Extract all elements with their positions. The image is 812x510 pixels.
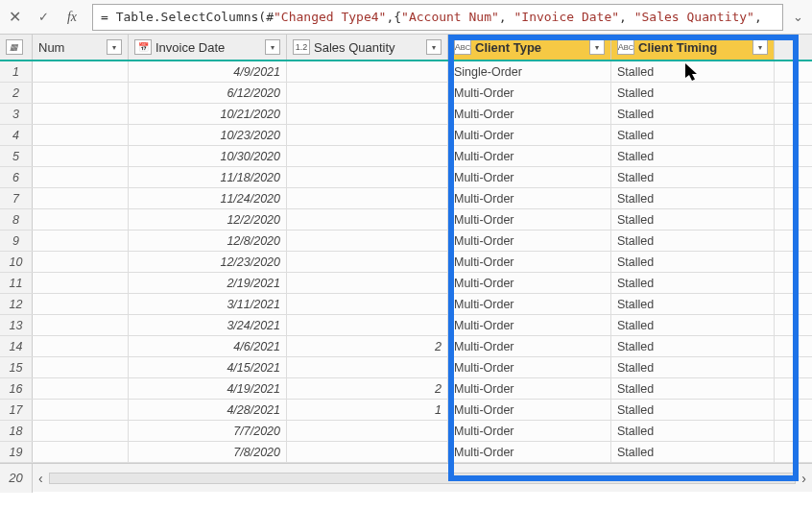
cell-date[interactable]: 4/28/2021 [129,400,287,420]
cell-client-timing[interactable]: Stalled [611,104,775,124]
cell-date[interactable]: 3/24/2021 [129,315,287,335]
row-number[interactable]: 12 [0,294,33,314]
col-header-date[interactable]: 📅 Invoice Date ▾ [129,35,287,60]
cell-num[interactable] [33,442,129,462]
cell-client-type[interactable]: Multi-Order [448,125,611,145]
cell-client-type[interactable]: Multi-Order [448,315,611,335]
cell-num[interactable] [33,315,129,335]
filter-icon[interactable]: ▾ [589,39,605,55]
cell-qty[interactable] [287,83,448,103]
row-number[interactable]: 11 [0,273,33,293]
cell-date[interactable]: 4/9/2021 [129,61,287,82]
table-row[interactable]: 164/19/20212Multi-OrderStalled [0,378,812,400]
cell-client-type[interactable]: Multi-Order [448,146,611,166]
cell-client-timing[interactable]: Stalled [611,167,775,187]
cell-client-timing[interactable]: Stalled [611,378,775,399]
cell-num[interactable] [33,421,129,441]
cell-client-timing[interactable]: Stalled [611,252,775,272]
cell-date[interactable]: 12/23/2020 [129,252,287,272]
cell-date[interactable]: 4/19/2021 [129,378,287,399]
cell-client-timing[interactable]: Stalled [611,336,775,356]
cell-num[interactable] [33,400,129,420]
cell-num[interactable] [33,209,129,230]
table-row[interactable]: 187/7/2020Multi-OrderStalled [0,421,812,442]
row-number[interactable]: 5 [0,146,33,166]
cell-qty[interactable] [287,294,448,314]
cell-date[interactable]: 6/12/2020 [129,83,287,103]
row-number[interactable]: 3 [0,104,33,124]
fx-icon[interactable]: fx [58,4,86,31]
cell-qty[interactable] [287,357,448,377]
cell-num[interactable] [33,294,129,314]
row-number-header[interactable]: ▦ [0,35,33,60]
cell-date[interactable]: 12/2/2020 [129,209,287,230]
cell-client-timing[interactable]: Stalled [611,209,775,230]
cell-qty[interactable]: 2 [287,378,448,399]
scroll-track[interactable] [49,473,797,484]
cell-num[interactable] [33,188,129,208]
cell-client-type[interactable]: Multi-Order [448,209,611,230]
col-header-num[interactable]: Num ▾ [33,35,129,60]
table-row[interactable]: 310/21/2020Multi-OrderStalled [0,104,812,125]
cell-date[interactable]: 12/8/2020 [129,231,287,251]
table-row[interactable]: 812/2/2020Multi-OrderStalled [0,209,812,231]
cell-date[interactable]: 2/19/2021 [129,273,287,293]
cell-qty[interactable] [287,125,448,145]
cell-client-type[interactable]: Multi-Order [448,252,611,272]
table-row[interactable]: 26/12/2020Multi-OrderStalled [0,83,812,104]
cell-qty[interactable] [287,252,448,272]
scroll-right-icon[interactable]: › [801,471,806,486]
row-number[interactable]: 6 [0,167,33,187]
cell-qty[interactable]: 2 [287,336,448,356]
table-row[interactable]: 1012/23/2020Multi-OrderStalled [0,252,812,273]
cell-num[interactable] [33,146,129,166]
row-number[interactable]: 18 [0,421,33,441]
cell-qty[interactable] [287,421,448,441]
cell-client-type[interactable]: Multi-Order [448,104,611,124]
cell-num[interactable] [33,378,129,399]
formula-input[interactable]: = Table.SelectColumns(# "Changed Type4" … [92,4,783,31]
cell-qty[interactable] [287,231,448,251]
cell-date[interactable]: 11/24/2020 [129,188,287,208]
table-row[interactable]: 133/24/2021Multi-OrderStalled [0,315,812,336]
table-row[interactable]: 154/15/2021Multi-OrderStalled [0,357,812,378]
cell-client-timing[interactable]: Stalled [611,357,775,377]
table-row[interactable]: 912/8/2020Multi-OrderStalled [0,231,812,252]
cell-client-type[interactable]: Multi-Order [448,294,611,314]
row-number[interactable]: 4 [0,125,33,145]
cell-client-type[interactable]: Multi-Order [448,167,611,187]
table-row[interactable]: 711/24/2020Multi-OrderStalled [0,188,812,209]
row-number[interactable]: 2 [0,83,33,103]
cell-date[interactable]: 7/8/2020 [129,442,287,462]
col-header-qty[interactable]: 1.2 Sales Quantity ▾ [287,35,448,60]
cell-num[interactable] [33,125,129,145]
col-header-client-type[interactable]: ABC Client Type ▾ [448,35,611,60]
cell-client-timing[interactable]: Stalled [611,83,775,103]
cell-client-timing[interactable]: Stalled [611,61,775,82]
cell-num[interactable] [33,273,129,293]
cell-qty[interactable] [287,188,448,208]
cell-client-type[interactable]: Multi-Order [448,188,611,208]
cell-client-timing[interactable]: Stalled [611,273,775,293]
cell-num[interactable] [33,357,129,377]
cell-client-timing[interactable]: Stalled [611,442,775,462]
row-number[interactable]: 10 [0,252,33,272]
commit-icon[interactable]: ✓ [29,4,58,31]
cell-client-type[interactable]: Multi-Order [448,231,611,251]
row-number[interactable]: 19 [0,442,33,462]
filter-icon[interactable]: ▾ [265,39,280,55]
cell-client-type[interactable]: Multi-Order [448,336,611,356]
cell-date[interactable]: 4/6/2021 [129,336,287,356]
table-row[interactable]: 112/19/2021Multi-OrderStalled [0,273,812,294]
row-number[interactable]: 16 [0,378,33,399]
cell-num[interactable] [33,336,129,356]
table-row[interactable]: 14/9/2021Single-OrderStalled [0,61,812,83]
table-row[interactable]: 611/18/2020Multi-OrderStalled [0,167,812,188]
cell-date[interactable]: 4/15/2021 [129,357,287,377]
cell-client-timing[interactable]: Stalled [611,188,775,208]
cell-date[interactable]: 3/11/2021 [129,294,287,314]
cell-client-type[interactable]: Single-Order [448,61,611,82]
cell-qty[interactable] [287,315,448,335]
row-number[interactable]: 13 [0,315,33,335]
cell-num[interactable] [33,167,129,187]
